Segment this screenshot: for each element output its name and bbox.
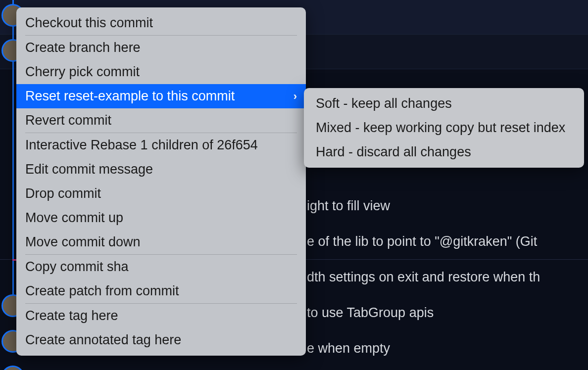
menu-item-create-branch[interactable]: Create branch here xyxy=(16,36,306,60)
menu-item-checkout-commit[interactable]: Checkout this commit xyxy=(16,11,306,35)
submenu-item-label: Mixed - keep working copy but reset inde… xyxy=(316,120,565,135)
menu-item-copy-sha[interactable]: Copy commit sha xyxy=(16,255,306,279)
menu-item-create-patch[interactable]: Create patch from commit xyxy=(16,279,306,303)
menu-item-move-down[interactable]: Move commit down xyxy=(16,230,306,254)
menu-item-edit-message[interactable]: Edit commit message xyxy=(16,157,306,182)
chevron-right-icon: › xyxy=(294,90,297,103)
menu-item-label: Cherry pick commit xyxy=(25,64,140,80)
menu-item-label: Drop commit xyxy=(25,186,101,201)
menu-item-label: Create branch here xyxy=(25,40,141,55)
commit-context-menu[interactable]: Checkout this commit Create branch here … xyxy=(16,7,306,356)
menu-item-drop-commit[interactable]: Drop commit xyxy=(16,182,306,206)
menu-item-label: Reset reset-example to this commit xyxy=(25,89,235,104)
submenu-item-label: Soft - keep all changes xyxy=(316,96,452,111)
reset-submenu[interactable]: Soft - keep all changes Mixed - keep wor… xyxy=(304,88,584,168)
menu-item-label: Move commit down xyxy=(25,234,141,250)
commit-avatar[interactable] xyxy=(1,366,24,370)
menu-item-revert-commit[interactable]: Revert commit xyxy=(16,108,306,133)
menu-item-create-tag[interactable]: Create tag here xyxy=(16,304,306,328)
submenu-item-label: Hard - discard all changes xyxy=(316,144,471,159)
menu-item-label: Create tag here xyxy=(25,308,118,324)
menu-item-cherry-pick[interactable]: Cherry pick commit xyxy=(16,60,306,84)
menu-item-move-up[interactable]: Move commit up xyxy=(16,206,306,230)
menu-item-label: Checkout this commit xyxy=(25,15,153,31)
menu-item-reset-branch[interactable]: Reset reset-example to this commit › xyxy=(16,84,306,108)
submenu-item-reset-hard[interactable]: Hard - discard all changes xyxy=(304,140,584,164)
menu-item-create-annotated-tag[interactable]: Create annotated tag here xyxy=(16,328,306,352)
menu-item-label: Create patch from commit xyxy=(25,283,179,299)
menu-item-label: Edit commit message xyxy=(25,162,153,177)
submenu-item-reset-mixed[interactable]: Mixed - keep working copy but reset inde… xyxy=(304,116,584,140)
menu-item-label: Interactive Rebase 1 children of 26f654 xyxy=(25,138,258,153)
menu-item-interactive-rebase[interactable]: Interactive Rebase 1 children of 26f654 xyxy=(16,133,306,157)
submenu-item-reset-soft[interactable]: Soft - keep all changes xyxy=(304,92,584,116)
menu-item-label: Move commit up xyxy=(25,210,123,226)
menu-item-label: Create annotated tag here xyxy=(25,332,181,348)
menu-item-label: Copy commit sha xyxy=(25,259,129,275)
menu-item-label: Revert commit xyxy=(25,113,111,128)
